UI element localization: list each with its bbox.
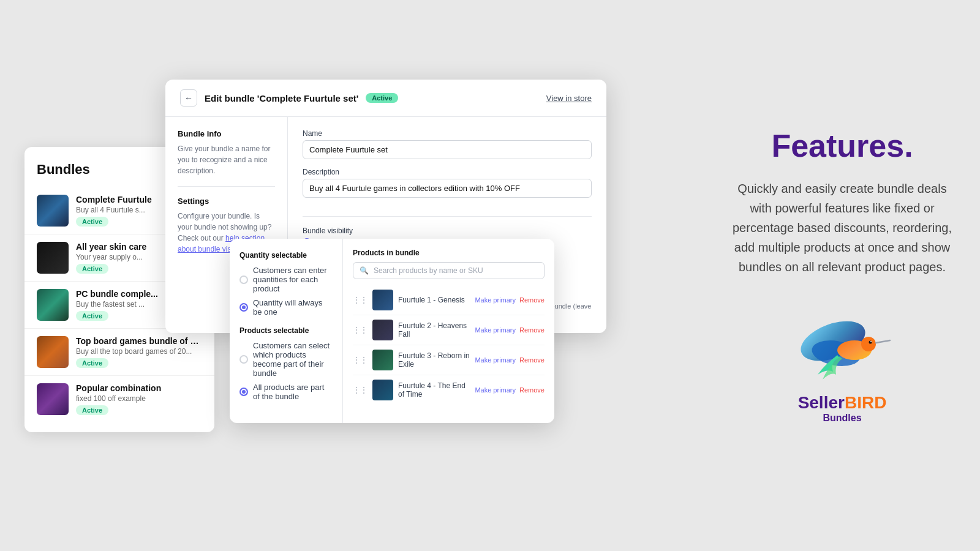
bundle-thumbnail bbox=[37, 383, 69, 415]
bundle-name: Popular combination bbox=[76, 383, 202, 393]
sellerbird-logo: Seller BIRD Bundles bbox=[787, 313, 897, 424]
bundle-thumbnail bbox=[37, 242, 69, 274]
bundle-desc: Buy all the top board games of 20... bbox=[76, 347, 202, 356]
product-row: ⋮⋮ Fuurtule 3 - Reborn in Exile Make pri… bbox=[353, 345, 545, 375]
product-row: ⋮⋮ Fuurtule 2 - Heavens Fall Make primar… bbox=[353, 315, 545, 345]
product-row: ⋮⋮ Fuurtule 4 - The End of Time Make pri… bbox=[353, 375, 545, 405]
selectable-option-choose[interactable]: Customers can select which products beco… bbox=[239, 341, 333, 378]
features-description: Quickly and easily create bundle deals w… bbox=[729, 179, 956, 277]
back-button[interactable]: ← bbox=[180, 89, 197, 107]
visibility-title: Bundle visibility bbox=[303, 227, 592, 235]
product-actions: Make primary Remove bbox=[475, 356, 545, 364]
svg-point-3 bbox=[861, 337, 876, 351]
settings-title: Settings bbox=[178, 197, 275, 206]
product-name: Fuurtule 4 - The End of Time bbox=[398, 381, 470, 399]
product-row: ⋮⋮ Fuurtule 1 - Genesis Make primary Rem… bbox=[353, 285, 545, 315]
product-actions: Make primary Remove bbox=[475, 326, 545, 334]
products-in-bundle-title: Products in bundle bbox=[353, 249, 545, 257]
modal-active-badge: Active bbox=[366, 93, 398, 103]
svg-line-4 bbox=[876, 340, 890, 343]
modal-title: Edit bundle 'Complete Fuurtule set' bbox=[205, 93, 358, 103]
qty-option-one[interactable]: Quantity will always be one bbox=[239, 298, 333, 317]
bundle-status-badge: Active bbox=[76, 311, 108, 321]
radio-qty-one[interactable] bbox=[239, 303, 248, 312]
bundle-info: Top board games bundle of 2022 Buy all t… bbox=[76, 336, 202, 368]
qty-enter-label: Customers can enter quantities for each … bbox=[253, 266, 333, 293]
products-modal-body: Quantity selectable Customers can enter … bbox=[230, 239, 554, 423]
brand-bird: BIRD bbox=[845, 393, 886, 413]
products-modal: Quantity selectable Customers can enter … bbox=[230, 239, 554, 423]
product-search-box[interactable]: 🔍 Search products by name or SKU bbox=[353, 262, 545, 279]
make-primary-button[interactable]: Make primary bbox=[475, 386, 516, 394]
radio-qty-enter[interactable] bbox=[239, 276, 248, 284]
bundle-info-desc: Give your bundle a name for you to recog… bbox=[178, 143, 275, 176]
drag-handle-icon[interactable]: ⋮⋮ bbox=[353, 326, 368, 334]
selectable-option-all[interactable]: All products are part of the bundle bbox=[239, 383, 333, 401]
product-name: Fuurtule 3 - Reborn in Exile bbox=[398, 351, 470, 369]
features-title: Features. bbox=[771, 127, 913, 164]
selectable-choose-label: Customers can select which products beco… bbox=[253, 341, 333, 378]
search-icon: 🔍 bbox=[360, 266, 369, 275]
bundle-status-badge: Active bbox=[76, 358, 108, 368]
radio-selectable-all[interactable] bbox=[239, 388, 248, 396]
make-primary-button[interactable]: Make primary bbox=[475, 326, 516, 334]
svg-point-5 bbox=[869, 341, 872, 344]
desc-input[interactable] bbox=[303, 179, 592, 198]
drag-handle-icon[interactable]: ⋮⋮ bbox=[353, 356, 368, 364]
products-modal-left: Quantity selectable Customers can enter … bbox=[230, 239, 343, 423]
make-primary-button[interactable]: Make primary bbox=[475, 356, 516, 364]
product-thumbnail bbox=[372, 380, 393, 400]
bundle-desc: fixed 100 off example bbox=[76, 394, 202, 403]
modal-header: ← Edit bundle 'Complete Fuurtule set' Ac… bbox=[165, 80, 606, 117]
search-placeholder: Search products by name or SKU bbox=[374, 266, 483, 275]
products-selectable-title: Products selectable bbox=[239, 326, 333, 335]
drag-handle-icon[interactable]: ⋮⋮ bbox=[353, 296, 368, 304]
radio-selectable-choose[interactable] bbox=[239, 355, 248, 364]
bundle-info-title: Bundle info bbox=[178, 129, 275, 138]
qty-options: Customers can enter quantities for each … bbox=[239, 266, 333, 317]
remove-button[interactable]: Remove bbox=[519, 356, 545, 364]
bundle-item[interactable]: Top board games bundle of 2022 Buy all t… bbox=[24, 329, 214, 376]
selectable-all-label: All products are part of the bundle bbox=[253, 383, 333, 401]
product-thumbnail bbox=[372, 350, 393, 370]
name-input[interactable] bbox=[303, 140, 592, 159]
make-primary-button[interactable]: Make primary bbox=[475, 296, 516, 304]
remove-button[interactable]: Remove bbox=[519, 326, 545, 334]
brand-name-wrap: Seller BIRD bbox=[798, 393, 887, 413]
bundle-item[interactable]: Popular combination fixed 100 off exampl… bbox=[24, 376, 214, 422]
bundle-info: Popular combination fixed 100 off exampl… bbox=[76, 383, 202, 415]
drag-handle-icon[interactable]: ⋮⋮ bbox=[353, 386, 368, 394]
product-thumbnail bbox=[372, 320, 393, 340]
brand-seller: Seller bbox=[798, 393, 845, 413]
name-label: Name bbox=[303, 129, 592, 138]
bundle-thumbnail bbox=[37, 195, 69, 227]
bundle-name: Top board games bundle of 2022 bbox=[76, 336, 202, 346]
bundle-status-badge: Active bbox=[76, 405, 108, 415]
remove-button[interactable]: Remove bbox=[519, 386, 545, 394]
desc-label: Description bbox=[303, 168, 592, 176]
bird-icon bbox=[787, 313, 897, 393]
bundle-status-badge: Active bbox=[76, 264, 108, 274]
brand-bundles: Bundles bbox=[823, 413, 861, 424]
svg-point-6 bbox=[870, 341, 872, 342]
product-actions: Make primary Remove bbox=[475, 296, 545, 304]
products-selectable-options: Customers can select which products beco… bbox=[239, 341, 333, 401]
product-name: Fuurtule 1 - Genesis bbox=[398, 296, 470, 304]
products-modal-right: Products in bundle 🔍 Search products by … bbox=[343, 239, 554, 423]
product-name: Fuurtule 2 - Heavens Fall bbox=[398, 321, 470, 339]
bundle-thumbnail bbox=[37, 336, 69, 368]
product-thumbnail bbox=[372, 290, 393, 310]
product-actions: Make primary Remove bbox=[475, 386, 545, 394]
bundle-status-badge: Active bbox=[76, 217, 108, 227]
qty-one-label: Quantity will always be one bbox=[253, 298, 333, 317]
qty-section-title: Quantity selectable bbox=[239, 251, 333, 260]
bundle-thumbnail bbox=[37, 289, 69, 321]
qty-option-enter[interactable]: Customers can enter quantities for each … bbox=[239, 266, 333, 293]
features-panel: Features. Quickly and easily create bund… bbox=[704, 0, 980, 551]
remove-button[interactable]: Remove bbox=[519, 296, 545, 304]
view-in-store-link[interactable]: View in store bbox=[546, 94, 592, 103]
modal-header-left: ← Edit bundle 'Complete Fuurtule set' Ac… bbox=[180, 89, 398, 107]
